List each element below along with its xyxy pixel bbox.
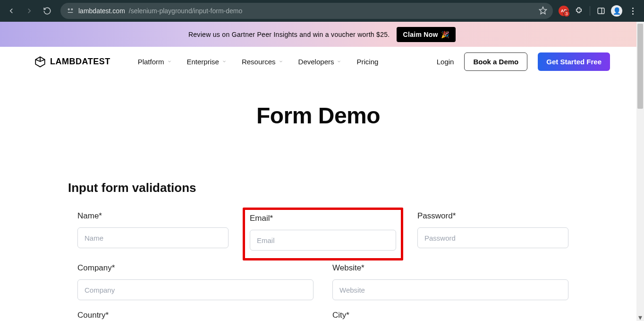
back-button[interactable] <box>4 3 19 18</box>
reload-button[interactable] <box>40 3 55 18</box>
company-label: Company* <box>77 263 314 273</box>
name-input[interactable] <box>77 227 229 248</box>
nav-pricing[interactable]: Pricing <box>356 58 378 66</box>
field-name: Name* <box>77 211 229 253</box>
name-label: Name* <box>77 211 229 221</box>
field-city: City* <box>332 311 568 321</box>
page-scrollbar-thumb[interactable] <box>637 24 643 109</box>
book-demo-button[interactable]: Book a Demo <box>464 52 527 71</box>
form-row-2: Company* Website* <box>77 263 568 300</box>
forward-button[interactable] <box>22 3 37 18</box>
chevron-down-icon <box>222 59 227 64</box>
highlight-annotation: Email* <box>243 208 403 260</box>
arrow-left-icon <box>7 7 16 15</box>
promo-claim-button[interactable]: Claim Now 🎉 <box>397 27 456 42</box>
nav-platform[interactable]: Platform <box>138 58 172 66</box>
profile-avatar[interactable]: 👤 <box>611 5 622 17</box>
browser-menu-button[interactable] <box>627 5 638 17</box>
password-input[interactable] <box>417 227 568 248</box>
bookmark-icon[interactable] <box>539 6 547 16</box>
scroll-down-icon[interactable]: ▾ <box>636 313 644 321</box>
password-label: Password* <box>417 211 568 221</box>
separator <box>590 6 590 16</box>
login-link[interactable]: Login <box>437 58 454 66</box>
field-email: Email* <box>247 211 398 253</box>
chevron-down-icon <box>337 59 341 64</box>
field-password: Password* <box>417 211 568 253</box>
url-path: /selenium-playground/input-form-demo <box>129 7 242 15</box>
country-label: Country* <box>77 311 314 320</box>
svg-point-1 <box>71 9 73 10</box>
promo-text: Review us on Gartner Peer Insights and w… <box>188 31 390 38</box>
city-label: City* <box>332 311 568 320</box>
page-main: Form Demo Input form validations Name* E… <box>0 76 636 321</box>
address-bar[interactable]: lambdatest.com/selenium-playground/input… <box>60 3 553 19</box>
reload-icon <box>43 7 51 15</box>
page-title: Form Demo <box>0 103 636 129</box>
browser-actions: AP 👤 <box>559 5 640 17</box>
website-input[interactable] <box>332 279 568 300</box>
email-label: Email* <box>250 214 396 223</box>
promo-banner: Review us on Gartner Peer Insights and w… <box>0 22 644 47</box>
field-website: Website* <box>332 263 568 300</box>
svg-rect-3 <box>598 8 604 14</box>
form-row-3: Country* Choose an option City* <box>77 311 568 321</box>
svg-point-0 <box>68 9 69 10</box>
brand-logo[interactable]: LAMBDATEST <box>34 55 110 68</box>
form-row-1: Name* Email* Password* <box>77 211 568 253</box>
site-header: LAMBDATEST Platform Enterprise Resources… <box>0 47 644 76</box>
brand-name: LAMBDATEST <box>50 57 110 67</box>
section-heading: Input form validations <box>68 181 568 195</box>
nav-developers[interactable]: Developers <box>298 58 342 66</box>
extension-badge[interactable]: AP <box>559 6 569 16</box>
chevron-down-icon <box>167 59 172 64</box>
field-company: Company* <box>77 263 314 300</box>
lambdatest-logomark-icon <box>34 55 46 68</box>
party-icon: 🎉 <box>441 31 449 38</box>
nav-enterprise[interactable]: Enterprise <box>187 58 227 66</box>
promo-button-label: Claim Now <box>403 31 438 38</box>
get-started-button[interactable]: Get Started Free <box>538 52 610 71</box>
field-country: Country* Choose an option <box>77 311 314 321</box>
extensions-icon[interactable] <box>574 6 584 16</box>
browser-toolbar: lambdatest.com/selenium-playground/input… <box>0 0 644 22</box>
site-info-icon[interactable] <box>66 7 75 15</box>
url-host: lambdatest.com <box>78 7 125 15</box>
main-nav: Platform Enterprise Resources Developers… <box>138 58 379 66</box>
svg-marker-2 <box>540 7 547 14</box>
chevron-down-icon <box>279 59 283 64</box>
header-actions: Login Book a Demo Get Started Free <box>437 52 610 71</box>
arrow-right-icon <box>25 7 34 15</box>
website-label: Website* <box>332 263 568 273</box>
nav-resources[interactable]: Resources <box>242 58 283 66</box>
side-panel-icon[interactable] <box>596 6 606 16</box>
email-input[interactable] <box>250 230 396 251</box>
form-grid: Name* Email* Password* Company* <box>68 211 568 321</box>
form-section: Input form validations Name* Email* Pass… <box>68 181 568 321</box>
company-input[interactable] <box>77 279 314 300</box>
